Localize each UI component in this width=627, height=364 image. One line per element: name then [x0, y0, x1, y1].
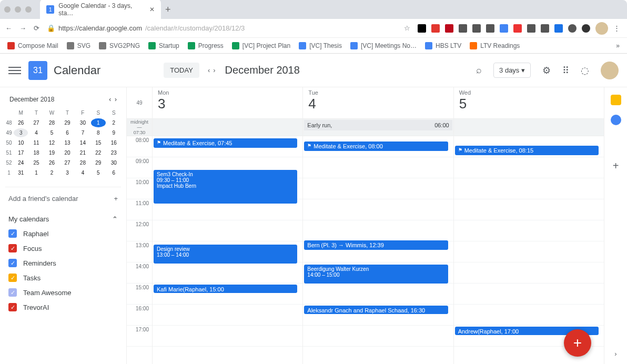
- profile-avatar[interactable]: [595, 22, 608, 35]
- mini-day[interactable]: 30: [76, 118, 90, 127]
- mini-day[interactable]: 14: [76, 138, 90, 147]
- add-friend-input[interactable]: Add a friend's calendar: [8, 195, 78, 203]
- mini-day[interactable]: 16: [107, 138, 121, 147]
- menu-icon[interactable]: [8, 67, 21, 74]
- today-button[interactable]: TODAY: [164, 63, 199, 78]
- url-input[interactable]: 🔒 https://calendar.google.com/calendar/r…: [47, 24, 397, 32]
- mini-day[interactable]: 30: [107, 158, 121, 167]
- mini-day[interactable]: 8: [91, 128, 105, 137]
- chrome-menu-icon[interactable]: ⋮: [613, 24, 622, 33]
- mini-day[interactable]: 25: [29, 158, 43, 167]
- mini-day[interactable]: 23: [107, 148, 121, 157]
- mini-day[interactable]: 6: [60, 128, 74, 137]
- mini-day[interactable]: 7: [76, 128, 90, 137]
- ext-icon[interactable]: [486, 24, 494, 33]
- bookmark-item[interactable]: Progress: [188, 42, 224, 49]
- mini-day[interactable]: 28: [76, 158, 90, 167]
- traffic-max[interactable]: [25, 6, 32, 13]
- mini-day[interactable]: 5: [45, 128, 59, 137]
- mini-day[interactable]: 29: [60, 118, 74, 127]
- mini-day[interactable]: 2: [107, 118, 121, 127]
- calendar-toggle[interactable]: ✓TrevorAI: [7, 300, 119, 315]
- bookmark-item[interactable]: [VC] Meetings No…: [350, 42, 417, 49]
- traffic-min[interactable]: [15, 6, 21, 13]
- ext-icon[interactable]: [459, 24, 467, 33]
- mini-day[interactable]: 19: [45, 148, 59, 157]
- bookmark-item[interactable]: SVG2PNG: [99, 42, 140, 49]
- mini-day[interactable]: 4: [76, 168, 90, 177]
- allday-event[interactable]: Early run,06:00: [304, 120, 452, 130]
- calendar-event[interactable]: Beerdigung Walter Kurzen14:00 – 15:00: [304, 265, 448, 284]
- mini-day[interactable]: 15: [91, 138, 105, 147]
- traffic-close[interactable]: [4, 6, 11, 13]
- mini-day[interactable]: 12: [45, 138, 59, 147]
- mini-day[interactable]: 13: [60, 138, 74, 147]
- reload-icon[interactable]: ⟳: [34, 24, 39, 32]
- bookmark-item[interactable]: HBS LTV: [425, 42, 461, 49]
- mini-day[interactable]: 11: [29, 138, 43, 147]
- back-icon[interactable]: ←: [5, 24, 12, 32]
- add-panel-icon[interactable]: +: [613, 160, 619, 172]
- ext-icon[interactable]: [513, 24, 522, 33]
- bookmark-item[interactable]: SVG: [67, 42, 90, 49]
- bookmark-item[interactable]: LTV Readings: [470, 42, 520, 49]
- mini-day[interactable]: 6: [107, 168, 121, 177]
- calendar-toggle[interactable]: ✓Tasks: [7, 270, 119, 285]
- mini-day[interactable]: 3: [14, 128, 28, 137]
- calendar-event[interactable]: ⚑Meditate & Exercise, 07:45: [154, 138, 297, 148]
- apps-icon[interactable]: ⠿: [562, 65, 569, 76]
- mini-day[interactable]: 29: [91, 158, 105, 167]
- mini-day[interactable]: 24: [14, 158, 28, 167]
- calendar-event[interactable]: Sem3 Check-In09:30 – 11:00Impact Hub Ber…: [154, 170, 297, 204]
- mini-day[interactable]: 10: [14, 138, 28, 147]
- bookmarks-overflow[interactable]: »: [616, 42, 620, 49]
- ext-icon[interactable]: [582, 24, 590, 33]
- mini-day[interactable]: 18: [29, 148, 43, 157]
- next-icon[interactable]: ›: [213, 66, 215, 74]
- calendar-toggle[interactable]: ✓Team Awesome: [7, 285, 119, 300]
- calendar-toggle[interactable]: ✓Reminders: [7, 256, 119, 270]
- mini-day[interactable]: 3: [60, 168, 74, 177]
- star-icon[interactable]: ☆: [404, 24, 410, 32]
- ext-icon[interactable]: [418, 24, 426, 33]
- mini-day[interactable]: 31: [14, 168, 28, 177]
- mini-day[interactable]: 27: [29, 118, 43, 127]
- calendar-event[interactable]: Aleksandr Gnach and Raphael Schaad, 16:3…: [304, 306, 448, 314]
- calendar-event[interactable]: Kafi Marie(Raphael, 15:00: [154, 285, 297, 293]
- keep-icon[interactable]: [611, 95, 621, 105]
- ext-icon[interactable]: [527, 24, 535, 33]
- ext-icon[interactable]: [445, 24, 453, 33]
- ext-icon[interactable]: [431, 24, 440, 33]
- bookmark-item[interactable]: [VC] Project Plan: [232, 42, 290, 49]
- calendar-event[interactable]: ⚑Meditate & Exercise, 08:00: [304, 141, 448, 151]
- browser-tab[interactable]: 1 Google Calendar - 3 days, sta… ✕: [40, 0, 161, 20]
- mini-day[interactable]: 27: [60, 158, 74, 167]
- close-icon[interactable]: ✕: [149, 6, 155, 13]
- calendar-toggle[interactable]: ✓Raphael: [7, 226, 119, 241]
- mini-day[interactable]: 26: [45, 158, 59, 167]
- search-icon[interactable]: ⌕: [476, 65, 482, 76]
- mini-day[interactable]: 28: [45, 118, 59, 127]
- bookmark-item[interactable]: Startup: [148, 42, 179, 49]
- create-event-fab[interactable]: +: [564, 329, 591, 357]
- mini-next-icon[interactable]: ›: [115, 96, 117, 103]
- new-tab-button[interactable]: +: [165, 4, 171, 15]
- day-header[interactable]: Tue4: [302, 87, 453, 118]
- mini-day[interactable]: 5: [91, 168, 105, 177]
- mini-day[interactable]: 1: [29, 168, 43, 177]
- forward-icon[interactable]: →: [19, 24, 26, 32]
- calendar-event[interactable]: Bern (Pl. 3) → Wimmis, 12:39: [304, 240, 448, 250]
- calendar-event[interactable]: Design review13:00 – 14:00: [154, 245, 297, 264]
- calendar-toggle[interactable]: ✓Focus: [7, 241, 119, 256]
- mini-day[interactable]: 22: [91, 148, 105, 157]
- day-column[interactable]: ⚑Meditate & Exercise, 07:45Sem3 Check-In…: [152, 136, 302, 364]
- mini-prev-icon[interactable]: ‹: [109, 96, 111, 103]
- mini-day[interactable]: 2: [45, 168, 59, 177]
- mini-day[interactable]: 1: [91, 118, 105, 127]
- tasks-icon[interactable]: [611, 115, 621, 125]
- allday-cell[interactable]: [152, 119, 302, 136]
- bookmark-item[interactable]: Compose Mail: [7, 42, 58, 49]
- ext-icon[interactable]: [472, 24, 481, 33]
- mini-day[interactable]: 26: [14, 118, 28, 127]
- view-select[interactable]: 3 days ▾: [493, 63, 531, 78]
